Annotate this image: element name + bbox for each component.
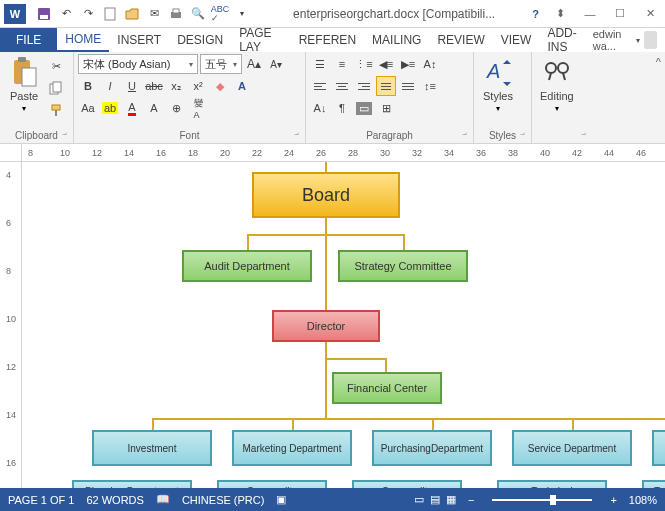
email-icon[interactable]: ✉ — [144, 4, 164, 24]
clear-formatting-icon[interactable]: ◆ — [210, 76, 230, 96]
zoom-out-icon[interactable]: − — [468, 494, 474, 506]
subscript-button[interactable]: x₂ — [166, 76, 186, 96]
font-name-combo[interactable]: 宋体 (Body Asian)▾ — [78, 54, 198, 74]
file-tab[interactable]: FILE — [0, 28, 57, 52]
tab-mailings[interactable]: MAILING — [364, 28, 429, 52]
multilevel-icon[interactable]: ⋮≡ — [354, 54, 374, 74]
highlight-icon[interactable]: ab — [100, 98, 120, 118]
justify-icon[interactable] — [376, 76, 396, 96]
shrink-font-icon[interactable]: A▾ — [266, 54, 286, 74]
zoom-in-icon[interactable]: + — [610, 494, 616, 506]
text-effects-icon[interactable]: A — [232, 76, 252, 96]
org-node-purchasing[interactable]: PurchasingDepartment — [372, 430, 492, 466]
bold-button[interactable]: B — [78, 76, 98, 96]
align-center-icon[interactable] — [332, 76, 352, 96]
align-left-icon[interactable] — [310, 76, 330, 96]
proofing-icon[interactable]: 📖 — [156, 493, 170, 506]
grow-font-icon[interactable]: A▴ — [244, 54, 264, 74]
close-icon[interactable]: ✕ — [635, 3, 665, 25]
user-account[interactable]: edwin wa... ▾ — [593, 28, 665, 52]
ribbon-display-icon[interactable]: ⬍ — [545, 3, 575, 25]
preview-icon[interactable]: 🔍 — [188, 4, 208, 24]
org-node-director[interactable]: Director — [272, 310, 380, 342]
ruler-corner — [0, 144, 22, 161]
increase-indent-icon[interactable]: ▶≡ — [398, 54, 418, 74]
word-count[interactable]: 62 WORDS — [86, 494, 143, 506]
sort-icon[interactable]: A↓ — [310, 98, 330, 118]
org-node-marketing[interactable]: Marketing Department — [232, 430, 352, 466]
paste-button[interactable]: Paste ▾ — [4, 54, 44, 115]
tab-view[interactable]: VIEW — [493, 28, 540, 52]
maximize-icon[interactable]: ☐ — [605, 3, 635, 25]
tab-insert[interactable]: INSERT — [109, 28, 169, 52]
asian-layout-icon[interactable]: A↕ — [420, 54, 440, 74]
org-node-human[interactable]: Human — [652, 430, 665, 466]
undo-icon[interactable]: ↶ — [56, 4, 76, 24]
document-canvas[interactable]: BoardAudit DepartmentStrategy CommitteeD… — [22, 162, 665, 488]
italic-button[interactable]: I — [100, 76, 120, 96]
help-icon[interactable]: ? — [532, 8, 539, 20]
org-node-financial[interactable]: Financial Center — [332, 372, 442, 404]
ruler-scale[interactable]: 810121416182022242628303234363840424446 — [22, 144, 665, 161]
org-node-training[interactable]: Training — [642, 480, 665, 488]
font-size-combo[interactable]: 五号▾ — [200, 54, 242, 74]
align-right-icon[interactable] — [354, 76, 374, 96]
print-icon[interactable] — [166, 4, 186, 24]
bullets-icon[interactable]: ☰ — [310, 54, 330, 74]
copy-icon[interactable] — [46, 78, 66, 98]
zoom-level[interactable]: 108% — [629, 494, 657, 506]
cut-icon[interactable]: ✂ — [46, 56, 66, 76]
tab-addins[interactable]: ADD-INS — [539, 28, 592, 52]
character-shading-icon[interactable]: A — [144, 98, 164, 118]
shading-icon[interactable]: ▭ — [354, 98, 374, 118]
numbering-icon[interactable]: ≡ — [332, 54, 352, 74]
org-node-strategy[interactable]: Strategy Committee — [338, 250, 468, 282]
web-layout-icon[interactable]: ▦ — [446, 493, 456, 506]
redo-icon[interactable]: ↷ — [78, 4, 98, 24]
macro-icon[interactable]: ▣ — [276, 493, 286, 506]
page-indicator[interactable]: PAGE 1 OF 1 — [8, 494, 74, 506]
org-node-commodity1[interactable]: Commodity — [217, 480, 327, 488]
superscript-button[interactable]: x² — [188, 76, 208, 96]
org-node-board[interactable]: Board — [252, 172, 400, 218]
org-node-audit[interactable]: Audit Department — [182, 250, 312, 282]
save-icon[interactable] — [34, 4, 54, 24]
language-indicator[interactable]: CHINESE (PRC) — [182, 494, 265, 506]
org-node-investment[interactable]: Investment — [92, 430, 212, 466]
phonetic-guide-icon[interactable]: 變A — [188, 98, 208, 118]
tab-references[interactable]: REFEREN — [291, 28, 364, 52]
print-layout-icon[interactable]: ▤ — [430, 493, 440, 506]
tab-page-layout[interactable]: PAGE LAY — [231, 28, 291, 52]
line-spacing-icon[interactable]: ↕≡ — [420, 76, 440, 96]
org-node-service[interactable]: Service Department — [512, 430, 632, 466]
tab-design[interactable]: DESIGN — [169, 28, 231, 52]
format-painter-icon[interactable] — [46, 100, 66, 120]
svg-point-14 — [558, 63, 568, 73]
borders-icon[interactable]: ⊞ — [376, 98, 396, 118]
read-mode-icon[interactable]: ▭ — [414, 493, 424, 506]
distributed-icon[interactable] — [398, 76, 418, 96]
editing-button[interactable]: Editing ▾ — [536, 54, 578, 115]
ruler-vertical[interactable]: 46810121416 — [0, 162, 22, 488]
qat-dropdown-icon[interactable]: ▾ — [232, 4, 252, 24]
decrease-indent-icon[interactable]: ◀≡ — [376, 54, 396, 74]
open-icon[interactable] — [122, 4, 142, 24]
show-marks-icon[interactable]: ¶ — [332, 98, 352, 118]
new-doc-icon[interactable] — [100, 4, 120, 24]
org-node-commodity2[interactable]: Commodity — [352, 480, 462, 488]
change-case-icon[interactable]: Aa — [78, 98, 98, 118]
font-color-icon[interactable]: A — [122, 98, 142, 118]
org-node-planning[interactable]: Planning Department — [72, 480, 192, 488]
underline-button[interactable]: U — [122, 76, 142, 96]
strikethrough-button[interactable]: abc — [144, 76, 164, 96]
enclose-icon[interactable]: ⊕ — [166, 98, 186, 118]
collapse-ribbon-icon[interactable]: ^ — [656, 56, 661, 68]
styles-button[interactable]: A Styles ▾ — [478, 54, 518, 115]
tab-review[interactable]: REVIEW — [429, 28, 492, 52]
minimize-icon[interactable]: — — [575, 3, 605, 25]
tab-home[interactable]: HOME — [57, 28, 109, 52]
spellcheck-icon[interactable]: ABC✓ — [210, 4, 230, 24]
org-node-technical[interactable]: Technical — [497, 480, 607, 488]
zoom-slider[interactable] — [492, 499, 592, 501]
svg-line-16 — [563, 73, 565, 80]
